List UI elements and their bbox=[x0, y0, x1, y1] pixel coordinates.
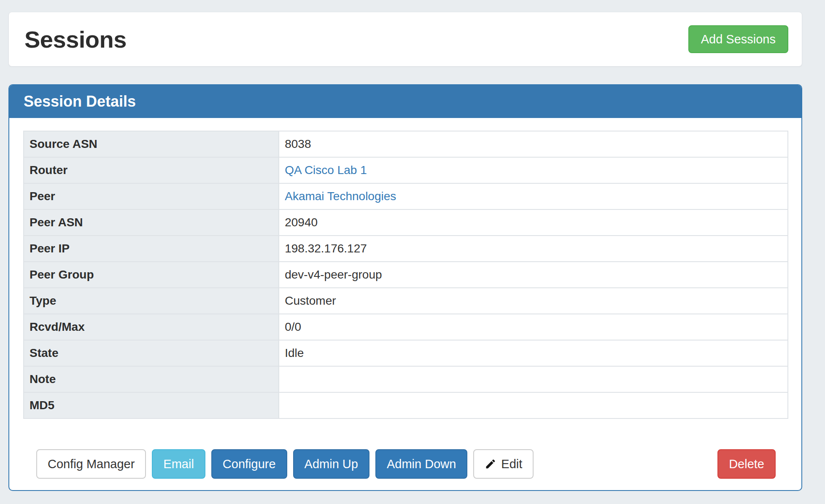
panel-title: Session Details bbox=[24, 93, 136, 110]
table-row-md5: MD5 bbox=[24, 392, 788, 418]
admin-up-button[interactable]: Admin Up bbox=[293, 449, 369, 479]
configure-button[interactable]: Configure bbox=[211, 449, 287, 479]
edit-button-label: Edit bbox=[501, 458, 522, 470]
row-label: State bbox=[24, 340, 279, 366]
email-button[interactable]: Email bbox=[152, 449, 205, 479]
page: { "colors": { "page-bg": "#e9edf0", "pri… bbox=[0, 0, 825, 504]
row-value: 20940 bbox=[279, 209, 788, 236]
row-value: dev-v4-peer-group bbox=[279, 262, 788, 288]
row-value: Customer bbox=[279, 288, 788, 314]
row-value: 198.32.176.127 bbox=[279, 236, 788, 262]
router-link[interactable]: QA Cisco Lab 1 bbox=[285, 164, 367, 177]
row-label: Router bbox=[24, 157, 279, 183]
panel-body: Source ASN 8038 Router QA Cisco Lab 1 Pe… bbox=[9, 118, 801, 490]
table-row-note: Note bbox=[24, 366, 788, 392]
row-value: 0/0 bbox=[279, 314, 788, 340]
row-value: Akamai Technologies bbox=[279, 183, 788, 209]
row-value: QA Cisco Lab 1 bbox=[279, 157, 788, 183]
sessions-header-card: Sessions Add Sessions bbox=[8, 12, 802, 67]
row-value: Idle bbox=[279, 340, 788, 366]
admin-down-button[interactable]: Admin Down bbox=[375, 449, 467, 479]
table-row-peer-ip: Peer IP 198.32.176.127 bbox=[24, 236, 788, 262]
table-row-peer: Peer Akamai Technologies bbox=[24, 183, 788, 209]
row-label: Peer bbox=[24, 183, 279, 209]
table-row-router: Router QA Cisco Lab 1 bbox=[24, 157, 788, 183]
row-label: Peer IP bbox=[24, 236, 279, 262]
table-row-rcvd-max: Rcvd/Max 0/0 bbox=[24, 314, 788, 340]
row-label: MD5 bbox=[24, 392, 279, 418]
row-label: Rcvd/Max bbox=[24, 314, 279, 340]
row-value bbox=[279, 366, 788, 392]
pencil-icon bbox=[485, 458, 496, 470]
row-label: Source ASN bbox=[24, 131, 279, 157]
session-details-table: Source ASN 8038 Router QA Cisco Lab 1 Pe… bbox=[23, 131, 788, 419]
edit-button[interactable]: Edit bbox=[473, 449, 534, 479]
panel-heading: Session Details bbox=[9, 85, 801, 118]
table-row-peer-asn: Peer ASN 20940 bbox=[24, 209, 788, 236]
action-buttons-row: Config Manager Email Configure Admin Up … bbox=[36, 449, 776, 479]
peer-link[interactable]: Akamai Technologies bbox=[285, 190, 396, 203]
row-label: Peer Group bbox=[24, 262, 279, 288]
row-value: 8038 bbox=[279, 131, 788, 157]
table-row-peer-group: Peer Group dev-v4-peer-group bbox=[24, 262, 788, 288]
delete-button[interactable]: Delete bbox=[717, 449, 776, 479]
row-label: Type bbox=[24, 288, 279, 314]
table-row-state: State Idle bbox=[24, 340, 788, 366]
session-details-panel: Session Details Source ASN 8038 Router Q… bbox=[8, 84, 802, 491]
page-title: Sessions bbox=[24, 26, 127, 53]
row-label: Note bbox=[24, 366, 279, 392]
table-row-source-asn: Source ASN 8038 bbox=[24, 131, 788, 157]
config-manager-button[interactable]: Config Manager bbox=[36, 449, 146, 479]
table-row-type: Type Customer bbox=[24, 288, 788, 314]
row-label: Peer ASN bbox=[24, 209, 279, 236]
row-value bbox=[279, 392, 788, 418]
add-sessions-button[interactable]: Add Sessions bbox=[688, 25, 788, 53]
